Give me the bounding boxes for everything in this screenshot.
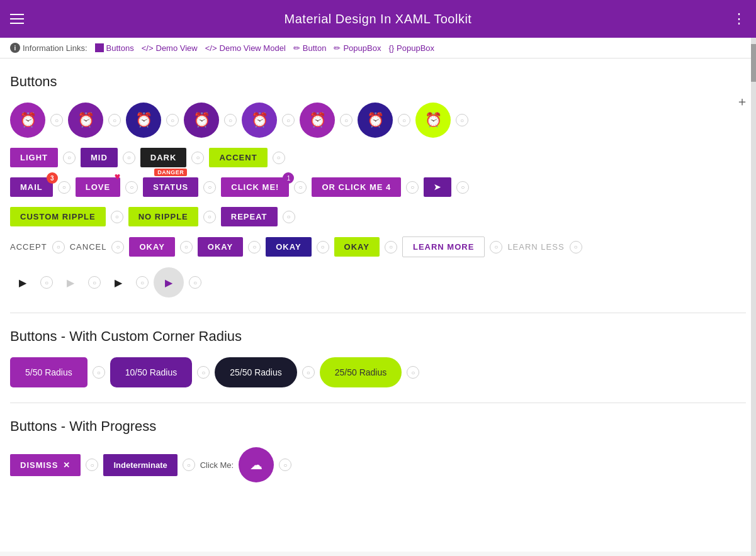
ripple-25: ○ (248, 241, 261, 253)
radius10-button[interactable]: 10/50 Radius (110, 357, 193, 387)
mail-button[interactable]: MAIL (10, 177, 53, 197)
link-demo-view[interactable]: </> Demo View (142, 43, 198, 53)
learn-more-button[interactable]: LEARN MORE (402, 236, 485, 257)
status-btn-wrapper: STATUS DANGER (143, 177, 198, 197)
repeat-button[interactable]: REPEAT (221, 207, 278, 226)
ripple-19: ○ (111, 211, 123, 223)
link-popupbox-1[interactable]: ✏ PopupBox (334, 43, 381, 53)
clickme-button[interactable]: CLICK ME! (221, 177, 289, 197)
ripple-23: ○ (111, 241, 124, 253)
orclickme4-button[interactable]: OR CLICK ME 4 (312, 177, 401, 197)
ripple-39: ○ (183, 459, 195, 471)
ripple-10: ○ (123, 152, 135, 164)
ripple-20: ○ (203, 211, 216, 223)
play-circle-button[interactable]: ▶ (154, 267, 184, 297)
learn-less-button[interactable]: LEARN LESS (507, 242, 564, 252)
custom-ripple-button[interactable]: CUSTOM RIPPLE (10, 207, 106, 226)
corner-radius-section-title: Buttons - With Custom Corner Radius (10, 328, 746, 345)
hamburger-menu[interactable] (10, 14, 24, 24)
ripple-indicator-6: ○ (340, 114, 353, 126)
link-popupbox-2[interactable]: {} PopupBox (388, 43, 434, 53)
light-button[interactable]: LIGHT (10, 148, 58, 167)
flat-buttons-row: LIGHT ○ MID ○ DARK ○ ACCENT ○ (10, 148, 746, 167)
click-me-circle-button[interactable]: ☁ (239, 447, 274, 482)
link-demo-view-model[interactable]: </> Demo View Model (205, 43, 286, 53)
ripple-11: ○ (191, 152, 204, 164)
scrollbar[interactable] (751, 38, 756, 552)
icon-btn-purple[interactable]: ⏰ (242, 103, 277, 138)
ripple-indicator-2: ○ (108, 114, 121, 126)
dismiss-label: DISMISS (20, 460, 58, 470)
scrollbar-thumb[interactable] (751, 44, 756, 82)
no-ripple-button[interactable]: NO RIPPLE (128, 207, 198, 226)
mail-btn-wrapper: MAIL 3 (10, 177, 53, 197)
radius25-accent-button[interactable]: 25/50 Radius (320, 357, 402, 387)
okay2-button[interactable]: Okay (198, 237, 243, 257)
play-light-button[interactable]: ▶ (58, 270, 83, 295)
demo-view-model-code-icon: </> (205, 43, 217, 53)
accept-button[interactable]: ACCEPT (10, 242, 47, 252)
okay4-button[interactable]: Okay (334, 237, 380, 257)
ripple-26: ○ (317, 241, 329, 253)
okay3-button[interactable]: Okay (266, 237, 311, 257)
icon-btn-darkpurple[interactable]: ⏰ (358, 103, 393, 138)
dismiss-button[interactable]: DISMISS ✕ (10, 454, 81, 476)
danger-badge: DANGER (154, 169, 187, 176)
link-button[interactable]: ✏ Button (293, 43, 327, 53)
icon-btn-light2[interactable]: ⏰ (68, 103, 103, 138)
plus-button[interactable]: ＋ (736, 93, 748, 110)
ripple-35: ○ (197, 366, 210, 379)
ripple-30: ○ (40, 276, 53, 289)
ripple-33: ○ (189, 276, 201, 289)
mid-button[interactable]: MID (81, 148, 118, 167)
ripple-38: ○ (86, 459, 98, 471)
more-options-icon[interactable]: ⋮ (732, 11, 746, 27)
arrow-button[interactable]: ➤ (424, 177, 451, 197)
ripple-16: ○ (294, 181, 307, 194)
love-btn-wrapper: LOVE ♥ (76, 177, 120, 197)
buttons-section-title: Buttons (10, 74, 746, 90)
accent-button[interactable]: ACCENT (209, 148, 267, 167)
ripple-21: ○ (283, 211, 295, 223)
ripple-indicator-5: ○ (282, 114, 295, 126)
link-buttons[interactable]: Buttons (95, 43, 134, 53)
indeterminate-button[interactable]: Indeterminate (103, 454, 177, 476)
ripple-28: ○ (490, 241, 502, 253)
radius25-button[interactable]: 25/50 Radius (215, 357, 297, 387)
ripple-29: ○ (570, 241, 582, 253)
progress-buttons-row: DISMISS ✕ ○ Indeterminate ○ Click Me: ☁ … (10, 447, 746, 482)
ripple-indicator-1: ○ (50, 114, 63, 126)
click-me-text: Click Me: (200, 460, 234, 470)
ripple-buttons-row: CUSTOM RIPPLE ○ NO RIPPLE ○ REPEAT ○ (10, 207, 746, 226)
buttons-link-icon (95, 43, 104, 52)
popupbox2-code-icon: {} (388, 43, 394, 53)
ripple-indicator-7: ○ (398, 114, 410, 126)
icon-btn-mid[interactable]: ⏰ (184, 103, 219, 138)
okay1-button[interactable]: Okay (129, 237, 174, 257)
icon-btn-light[interactable]: ⏰ (10, 103, 45, 138)
ripple-40: ○ (279, 459, 291, 471)
icon-btn-purple2[interactable]: ⏰ (300, 103, 335, 138)
play-black-button[interactable]: ▶ (106, 270, 131, 295)
ripple-31: ○ (88, 276, 101, 289)
radius5-button[interactable]: 5/50 Radius (10, 357, 87, 387)
main-content: Buttons ⏰ ○ ⏰ ○ ⏰ ○ ⏰ ○ ⏰ ○ ⏰ ○ ⏰ ○ ⏰ ○ … (0, 58, 756, 552)
corner-radius-buttons-row: 5/50 Radius ○ 10/50 Radius ○ 25/50 Radiu… (10, 357, 746, 387)
ripple-indicator-3: ○ (166, 114, 179, 126)
section-divider-2 (10, 403, 746, 403)
ripple-indicator-4: ○ (224, 114, 237, 126)
info-icon: i (10, 43, 20, 53)
dark-button[interactable]: DARK (140, 148, 187, 167)
ripple-32: ○ (136, 276, 149, 289)
cancel-button[interactable]: CANCEL (70, 242, 107, 252)
ripple-37: ○ (407, 366, 419, 379)
icon-btn-accent[interactable]: ⏰ (415, 103, 451, 138)
ripple-27: ○ (385, 241, 397, 253)
ripple-22: ○ (52, 241, 65, 253)
status-button[interactable]: STATUS (143, 177, 198, 197)
ripple-9: ○ (63, 152, 76, 164)
icon-btn-dark2[interactable]: ⏰ (126, 103, 161, 138)
play-dark-button[interactable]: ▶ (10, 270, 35, 295)
love-button[interactable]: LOVE (76, 177, 120, 197)
icon-buttons-row: ⏰ ○ ⏰ ○ ⏰ ○ ⏰ ○ ⏰ ○ ⏰ ○ ⏰ ○ ⏰ ○ (10, 103, 746, 138)
